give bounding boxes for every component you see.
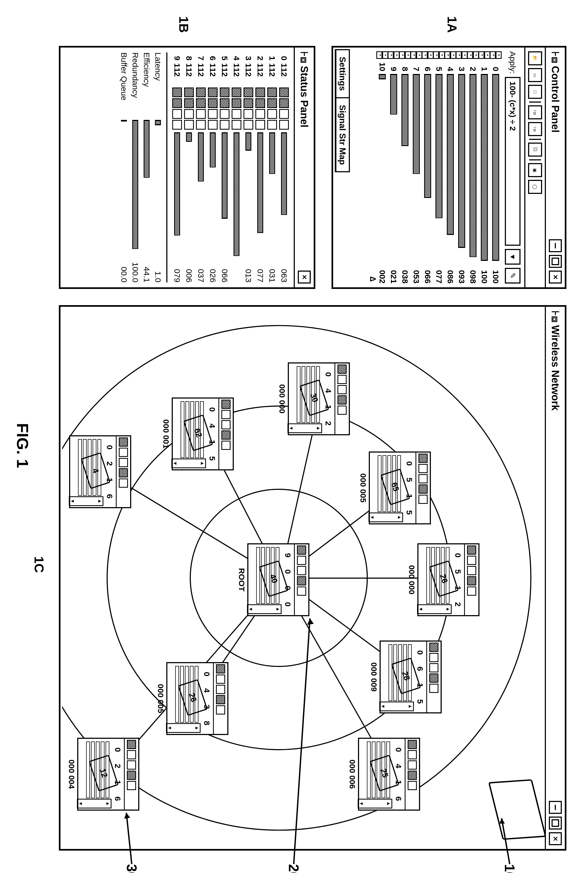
node-scrollbar[interactable] xyxy=(358,799,392,808)
row-icons[interactable] xyxy=(196,87,206,130)
row-icons[interactable] xyxy=(279,87,289,130)
node-toolbar[interactable] xyxy=(116,436,130,507)
status-row: 2 112 077 xyxy=(254,52,266,282)
monitor-icon[interactable]: ▣ xyxy=(528,163,542,177)
status-row: 7 112 037 xyxy=(195,52,207,282)
signal-row: ▴▾ 6 066 xyxy=(423,51,432,284)
row-value: 053 xyxy=(412,262,421,284)
metric-row: Latency 1.0 xyxy=(153,52,162,282)
signal-bar xyxy=(424,74,431,259)
node-toolbar[interactable] xyxy=(464,544,478,615)
spinner[interactable]: ▴▾ xyxy=(422,51,434,59)
row-address: 112 xyxy=(232,63,241,85)
network-icon[interactable]: ⊦⧈ xyxy=(528,122,542,136)
row-value: 038 xyxy=(400,262,410,284)
status-bar xyxy=(198,132,204,261)
minimize-button[interactable] xyxy=(549,239,562,252)
row-icons[interactable] xyxy=(220,87,230,130)
panel-tag-1c: 1C xyxy=(32,556,46,573)
root-node[interactable]: 9000 40 xyxy=(247,543,309,616)
network-node[interactable]: 0515 65 xyxy=(369,452,431,524)
node-scrollbar[interactable] xyxy=(166,723,201,733)
callout-20: 20 xyxy=(286,864,302,873)
network-body: 9000 40 ROOT 0412 30 000 000 0515 65 000… xyxy=(62,308,544,848)
node-scrollbar[interactable] xyxy=(247,604,282,614)
status-row: 5 112 066 xyxy=(219,52,231,282)
network-node[interactable]: 0216 4 xyxy=(69,435,131,508)
search-icon[interactable]: ◯ xyxy=(528,180,542,194)
node-toolbar[interactable] xyxy=(294,544,308,615)
control-panel-title: Control Panel xyxy=(550,66,561,133)
spinner[interactable]: ▴▾ xyxy=(467,51,479,59)
metric-label: Redundancy xyxy=(130,52,140,120)
node-bars xyxy=(256,547,279,604)
network-node[interactable]: 0438 26 xyxy=(166,662,228,735)
network-node[interactable]: 0216 12 xyxy=(77,738,139,811)
spinner[interactable]: ▴▾ xyxy=(376,51,388,59)
network-icon: ⊦⧈ xyxy=(549,51,561,63)
spinner[interactable]: ▴▾ xyxy=(456,51,468,59)
row-index: 7 xyxy=(412,62,421,71)
node-toolbar[interactable] xyxy=(218,399,233,469)
network-node[interactable]: 0415 62 xyxy=(172,398,234,470)
open-folder-icon[interactable]: 📂 xyxy=(528,51,542,65)
spinner[interactable]: ▴▾ xyxy=(490,51,502,59)
apply-brush-button[interactable]: ✎ xyxy=(505,268,520,284)
spinner[interactable]: ▴▾ xyxy=(444,51,456,59)
apply-dropdown-button[interactable]: ▼ xyxy=(505,249,520,265)
node-scrollbar[interactable] xyxy=(369,513,403,522)
node-scrollbar[interactable] xyxy=(417,604,452,614)
status-row: 3 112 013 xyxy=(242,52,254,282)
network-node[interactable]: 0416 25 xyxy=(358,738,420,811)
node-bars xyxy=(175,666,198,723)
network-node[interactable]: 0512 26 xyxy=(417,543,480,616)
status-bar xyxy=(245,132,251,261)
node-scrollbar[interactable] xyxy=(379,702,414,711)
row-icons[interactable] xyxy=(255,87,265,130)
row-icons[interactable] xyxy=(208,87,218,130)
node-scrollbar[interactable] xyxy=(288,423,322,433)
status-bar xyxy=(222,132,228,261)
tile-icon[interactable]: □ xyxy=(528,85,542,99)
spinner[interactable]: ▴▾ xyxy=(410,51,422,59)
tab-settings[interactable]: Settings xyxy=(335,49,350,98)
tab-signal-str-map[interactable]: Signal Str Map xyxy=(335,97,350,172)
network-node[interactable]: 0412 30 xyxy=(288,362,350,435)
window-icon[interactable]: ▭ xyxy=(528,68,542,82)
node-toolbar[interactable] xyxy=(124,739,138,810)
spinner[interactable]: ▴▾ xyxy=(478,51,490,59)
node-toolbar[interactable] xyxy=(416,453,430,524)
metric-bar xyxy=(132,120,138,248)
row-icons[interactable] xyxy=(232,87,242,130)
row-address: 112 xyxy=(279,63,289,85)
node-toolbar[interactable] xyxy=(405,739,419,810)
spinner[interactable]: ▴▾ xyxy=(433,51,445,59)
row-value: 013 xyxy=(244,264,253,282)
close-button[interactable] xyxy=(298,271,311,284)
apply-formula-input[interactable]: 100- (c*x) ÷ 2 xyxy=(505,77,520,246)
node-bars xyxy=(181,401,204,458)
row-icons[interactable] xyxy=(267,87,277,130)
tree-icon[interactable]: ⊦⧈ xyxy=(528,105,542,119)
row-index: 5 xyxy=(220,52,229,60)
maximize-button[interactable] xyxy=(549,255,562,268)
network-node[interactable]: 0615 28 xyxy=(380,640,442,713)
graph-icon[interactable]: ⿻ xyxy=(528,142,542,157)
row-icons[interactable] xyxy=(243,87,253,130)
maximize-button[interactable] xyxy=(549,817,562,830)
close-button[interactable] xyxy=(549,832,562,845)
node-bars xyxy=(367,741,390,798)
row-address: 112 xyxy=(184,63,194,85)
node-scrollbar[interactable] xyxy=(77,799,111,808)
node-toolbar[interactable] xyxy=(334,363,349,434)
close-button[interactable] xyxy=(549,271,562,284)
node-scrollbar[interactable] xyxy=(171,459,206,468)
spinner[interactable]: ▴▾ xyxy=(399,51,411,59)
minimize-button[interactable] xyxy=(549,801,562,814)
row-icons[interactable] xyxy=(172,87,182,130)
node-scrollbar[interactable] xyxy=(69,496,104,506)
node-toolbar[interactable] xyxy=(426,642,441,712)
node-toolbar[interactable] xyxy=(213,663,227,734)
row-icons[interactable] xyxy=(184,87,194,130)
spinner[interactable]: ▴▾ xyxy=(388,51,399,59)
